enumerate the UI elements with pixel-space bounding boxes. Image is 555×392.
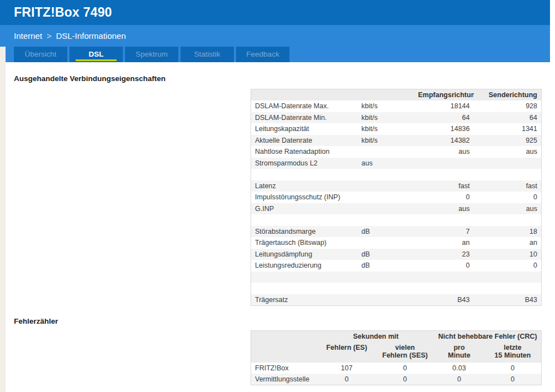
row-value-rx (414, 214, 474, 226)
row-value-tx: 64 (474, 112, 542, 124)
row-value-crc-min: 0.03 (434, 363, 484, 374)
row-value-rx: 18144 (414, 100, 474, 112)
row-value-rx: 64 (414, 112, 474, 124)
row-value-tx: 0 (474, 192, 542, 203)
row-label: Leitungskapazität (251, 123, 358, 135)
row-value-crc-15: 0 (484, 363, 542, 374)
row-unit: kbit/s (358, 100, 414, 112)
row-value-tx: aus (474, 203, 542, 215)
table-row: DSLAM-Datenrate Max. kbit/s 18144 928 (251, 100, 542, 112)
row-label: Leitungsdämpfung (251, 249, 358, 260)
table-row: Störabstandsmarge dB 7 18 (251, 226, 542, 238)
table-row: Aktuelle Datenrate kbit/s 14382 925 (251, 135, 542, 147)
row-value-es: 0 (318, 374, 376, 385)
table-row: Latenz fast fast (251, 180, 542, 192)
breadcrumb-internet[interactable]: Internet (14, 31, 42, 41)
row-label: Nahtlose Ratenadaption (251, 146, 358, 158)
title-bar: FRITZ!Box 7490 (0, 0, 550, 25)
row-unit: kbit/s (358, 123, 414, 135)
row-label (251, 283, 358, 294)
row-value-tx (474, 214, 542, 226)
row-unit (358, 169, 414, 180)
table-row (251, 272, 542, 283)
row-value-tx (474, 169, 542, 180)
error-table-sub-header-row: Fehlern (ES) vielen Fehlern (SES) pro Mi… (251, 342, 542, 363)
row-value-tx: fast (474, 180, 542, 192)
group-header-seconds: Sekunden mit (318, 330, 434, 342)
row-value-tx: 928 (474, 100, 542, 112)
row-value-rx: aus (414, 203, 474, 215)
row-unit: dB (358, 226, 414, 238)
table-row (251, 169, 542, 180)
row-label: Trägertausch (Bitswap) (251, 237, 358, 249)
row-unit (358, 237, 414, 249)
row-value-tx: an (474, 237, 542, 249)
table-row: Vermittlungsstelle 0 0 0 0 (251, 374, 542, 385)
row-label (251, 169, 358, 180)
row-value-rx: 0 (414, 192, 474, 203)
row-value-tx: 925 (474, 135, 542, 147)
sub-header-empty (251, 342, 318, 363)
row-value-rx: 23 (414, 249, 474, 260)
tab-spektrum[interactable]: Spektrum (125, 47, 178, 62)
row-label: Stromsparmodus L2 (251, 158, 358, 169)
row-label: DSLAM-Datenrate Min. (251, 112, 358, 124)
row-unit: dB (358, 249, 414, 260)
table-row: G.INP aus aus (251, 203, 542, 215)
row-unit: aus (358, 158, 414, 169)
column-header-empty (251, 89, 358, 101)
row-value-tx: 10 (474, 249, 542, 260)
connection-table-header-row: Empfangsrichtung Senderichtung (251, 89, 542, 101)
row-value-rx (414, 272, 474, 283)
row-value-rx: 14836 (414, 123, 474, 135)
group-header-empty (251, 330, 318, 342)
row-value-rx: 14382 (414, 135, 474, 147)
connection-table-body: DSLAM-Datenrate Max. kbit/s 18144 928 DS… (251, 100, 542, 305)
column-header-empfangsrichtung: Empfangsrichtung (414, 89, 474, 101)
table-row: Leitungsdämpfung dB 23 10 (251, 249, 542, 260)
error-table-group-header-row: Sekunden mit Nicht behebbare Fehler (CRC… (251, 330, 542, 342)
row-label: Aktuelle Datenrate (251, 135, 358, 147)
row-unit (358, 180, 414, 192)
row-unit: dB (358, 260, 414, 272)
row-unit (358, 272, 414, 283)
tab-statistik[interactable]: Statistik (181, 47, 234, 62)
content-area: Übersicht DSL Spektrum Statistik Feedbac… (6, 47, 550, 392)
row-unit (358, 294, 414, 306)
row-label: Leistungsreduzierung (251, 260, 358, 272)
sub-header-crc-per-minute: pro Minute (434, 342, 484, 363)
row-label: Trägersatz (251, 294, 358, 306)
row-value-es: 107 (318, 363, 376, 374)
table-row: Leitungskapazität kbit/s 14836 1341 (251, 123, 542, 135)
table-row (251, 283, 542, 294)
tab-dsl[interactable]: DSL (69, 47, 123, 62)
breadcrumb-current[interactable]: DSL-Informationen (56, 31, 126, 41)
section-title-errors: Fehlerzähler (14, 306, 542, 325)
row-value-tx: aus (474, 146, 542, 158)
group-header-crc: Nicht behebbare Fehler (CRC) (434, 330, 542, 342)
row-unit (358, 192, 414, 203)
row-value-rx: 0 (414, 260, 474, 272)
main-panel: Ausgehandelte Verbindungseigenschaften E… (6, 62, 550, 385)
tab-uebersicht[interactable]: Übersicht (14, 47, 67, 62)
tab-feedback[interactable]: Feedback (236, 47, 289, 62)
row-unit: kbit/s (358, 135, 414, 147)
table-row: Impulsstörungsschutz (INP) 0 0 (251, 192, 542, 203)
breadcrumb: Internet > DSL-Informationen (0, 25, 550, 47)
row-unit (358, 214, 414, 226)
error-counter-table: Sekunden mit Nicht behebbare Fehler (CRC… (251, 330, 542, 386)
table-row: Trägersatz B43 B43 (251, 294, 542, 306)
table-row: Nahtlose Ratenadaption aus aus (251, 146, 542, 158)
table-row: Leistungsreduzierung dB 0 0 (251, 260, 542, 272)
row-unit (358, 283, 414, 294)
row-value-tx (474, 272, 542, 283)
row-label: FRITZ!Box (251, 363, 318, 374)
row-value-rx: an (414, 237, 474, 249)
row-label: Vermittlungsstelle (251, 374, 318, 385)
row-value-rx: B43 (414, 294, 474, 306)
row-value-tx (474, 283, 542, 294)
row-label: Impulsstörungsschutz (INP) (251, 192, 358, 203)
row-value-crc-15: 0 (484, 374, 542, 385)
connection-table: Empfangsrichtung Senderichtung DSLAM-Dat… (251, 89, 542, 306)
row-value-rx (414, 169, 474, 180)
